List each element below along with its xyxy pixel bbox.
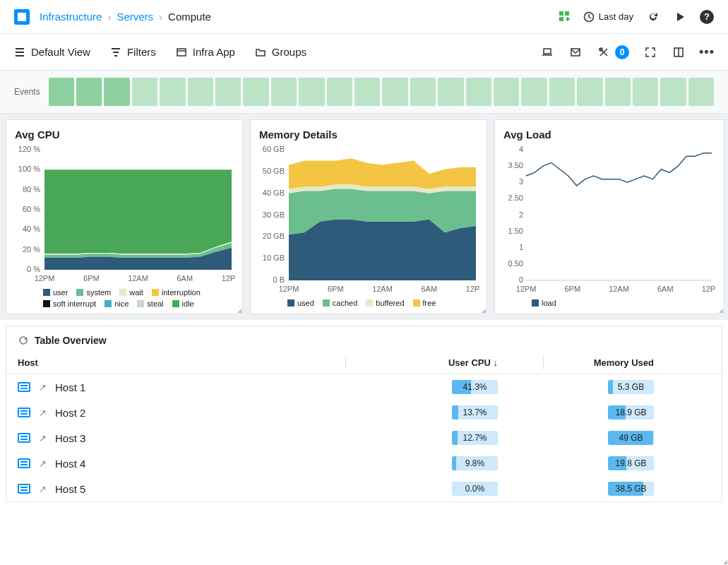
host-name[interactable]: Host 3 [55,432,85,444]
event-bar[interactable] [382,78,407,106]
groups-button[interactable]: Groups [255,46,306,58]
resize-handle[interactable] [480,307,486,313]
view-selector[interactable]: Default View [14,46,90,58]
table-row[interactable]: ↗Host 141.3%5.3 GB [6,374,722,400]
event-bar[interactable] [633,78,658,106]
legend-item[interactable]: soft interrupt [43,299,96,308]
col-divider[interactable] [345,356,346,369]
host-name[interactable]: Host 5 [55,483,85,495]
table-row[interactable]: ↗Host 50.0%38.5 GB [6,476,722,501]
infra-app-button[interactable]: Infra App [176,46,235,58]
event-bar[interactable] [243,78,268,106]
avg-load-chart[interactable]: 00.5011.5022.5033.50412PM6PM12AM6AM12PM [503,146,715,295]
host-name[interactable]: Host 4 [55,458,85,470]
legend-item[interactable]: user [43,288,68,297]
open-icon[interactable]: ↗ [39,382,47,393]
legend-label: cached [333,299,357,307]
resize-handle[interactable] [717,307,723,313]
host-cell: ↗Host 4 [18,458,357,470]
mail-icon[interactable] [568,45,583,59]
svg-text:40 GB: 40 GB [263,189,285,197]
legend-item[interactable]: interruption [152,288,201,297]
host-cell: ↗Host 1 [18,381,357,393]
legend-label: user [53,288,68,297]
legend-item[interactable]: system [76,288,111,297]
fullscreen-icon[interactable] [643,45,657,59]
refresh-icon[interactable] [646,10,660,24]
event-bar[interactable] [132,78,157,106]
open-icon[interactable]: ↗ [39,484,47,494]
legend-item[interactable]: used [287,299,314,307]
event-bar[interactable] [215,78,241,106]
col-host[interactable]: Host [18,357,357,368]
laptop-icon[interactable] [540,45,554,59]
legend-item[interactable]: cached [323,299,357,307]
event-bar[interactable] [688,78,714,106]
breadcrumb: Infrastructure › Servers › Compute [40,11,211,23]
table-row[interactable]: ↗Host 312.7%49 GB [6,425,722,451]
breadcrumb-mid[interactable]: Servers [117,11,153,23]
more-icon[interactable]: ••• [700,45,714,59]
breadcrumb-sep: › [159,11,162,23]
event-bars[interactable] [49,78,714,106]
resize-handle[interactable] [236,307,241,313]
table-title: Table Overview [35,335,107,346]
legend-item[interactable]: nice [105,299,129,308]
event-bar[interactable] [76,78,102,106]
table-row[interactable]: ↗Host 213.7%18.9 GB [6,400,722,425]
event-bar[interactable] [160,78,185,106]
legend-item[interactable]: wait [119,288,143,297]
event-bar[interactable] [494,78,519,106]
legend-item[interactable]: load [532,299,556,307]
event-bar[interactable] [521,78,547,106]
app-logo-icon[interactable] [14,9,30,25]
svg-text:12PM: 12PM [466,285,479,293]
legend-item[interactable]: buffered [366,299,404,307]
legend-item[interactable]: steal [137,299,163,308]
event-bar[interactable] [438,78,463,106]
event-bar[interactable] [354,78,380,106]
value-cell: 18.9 GB [554,405,710,420]
host-name[interactable]: Host 1 [55,381,85,393]
event-bar[interactable] [466,78,491,106]
memory-chart[interactable]: 0 B10 GB20 GB30 GB40 GB50 GB60 GB12PM6PM… [259,146,479,295]
refresh-table-icon[interactable] [18,335,29,346]
event-bar[interactable] [104,78,129,106]
event-bar[interactable] [605,78,631,106]
alerts-icon[interactable] [597,45,611,59]
col-divider[interactable] [543,356,544,369]
add-icon[interactable] [559,11,571,23]
play-icon[interactable] [673,10,687,24]
event-bar[interactable] [327,78,352,106]
legend-item[interactable]: free [413,299,436,307]
alert-count-badge[interactable]: 0 [615,45,629,59]
help-icon[interactable]: ? [700,10,714,24]
host-name[interactable]: Host 2 [55,407,85,419]
event-bar[interactable] [660,78,686,106]
filters-button[interactable]: Filters [110,46,156,58]
svg-text:12AM: 12AM [372,285,393,293]
col-memory[interactable]: Memory Used [554,357,710,368]
breadcrumb-root[interactable]: Infrastructure [40,11,102,23]
legend-swatch [43,289,50,296]
layout-icon[interactable] [672,45,686,59]
open-icon[interactable]: ↗ [39,458,47,469]
svg-text:40 %: 40 % [23,225,40,233]
event-bar[interactable] [577,78,602,106]
time-range-picker[interactable]: Last day [583,11,633,23]
value-badge: 18.9 GB [608,405,654,420]
legend-item[interactable]: idle [172,299,194,308]
event-bar[interactable] [49,78,74,106]
col-user-cpu[interactable]: User CPU ↓ [357,357,554,368]
event-bar[interactable] [271,78,297,106]
value-badge: 12.7% [452,431,498,445]
event-bar[interactable] [549,78,575,106]
avg-cpu-chart[interactable]: 0 %20 %40 %60 %80 %100 %120 %12PM6PM12AM… [15,146,235,284]
open-icon[interactable]: ↗ [39,433,47,444]
event-bar[interactable] [188,78,213,106]
table-row[interactable]: ↗Host 49.8%19.8 GB [6,451,722,476]
open-icon[interactable]: ↗ [39,408,47,418]
event-bar[interactable] [410,78,436,106]
event-bar[interactable] [299,78,324,106]
legend-label: nice [114,299,129,308]
